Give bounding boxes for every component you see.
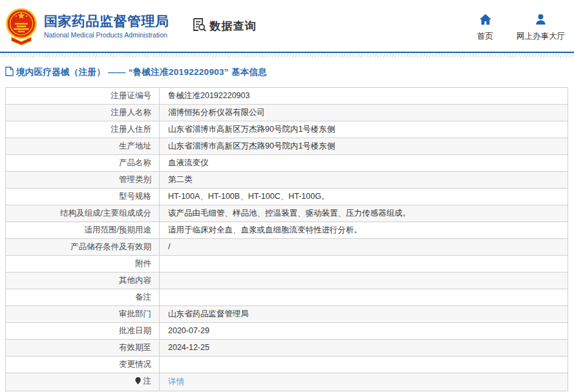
row-value: 山东省淄博市高新区万杰路90号院内1号楼东侧 bbox=[160, 138, 568, 155]
row-label: 注册人名称 bbox=[6, 105, 160, 121]
document-icon bbox=[5, 67, 16, 78]
table-row: 注册证编号鲁械注准20192220903 bbox=[6, 88, 568, 105]
row-label: 适用范围/预期用途 bbox=[6, 222, 160, 239]
table-row: 产品名称血液流变仪 bbox=[6, 155, 568, 172]
row-label: 有效期至 bbox=[6, 340, 160, 356]
row-value: 淄博恒拓分析仪器有限公司 bbox=[160, 105, 568, 121]
row-label: 型号规格 bbox=[6, 189, 160, 205]
nav-home[interactable]: 首页 bbox=[477, 14, 493, 42]
row-value: 山东省药品监督管理局 bbox=[160, 306, 568, 323]
home-icon bbox=[479, 14, 492, 28]
header-left: 国家药品监督管理局 National Medical Products Admi… bbox=[4, 6, 257, 46]
row-value: 山东省淄博市高新区万杰路90号院内1号楼东侧 bbox=[160, 121, 568, 138]
row-label: 附件 bbox=[6, 256, 160, 273]
nav-service-hall[interactable]: 网上办事大厅 bbox=[516, 14, 565, 42]
site-title: 国家药品监督管理局 bbox=[44, 13, 169, 29]
table-row: 型号规格HT-100A、HT-100B、HT-100C、HT-100G。 bbox=[6, 189, 568, 205]
table-row: 产品储存条件及有效期/ bbox=[6, 239, 568, 256]
row-value: / bbox=[160, 239, 568, 256]
site-header: 国家药品监督管理局 National Medical Products Admi… bbox=[0, 0, 574, 52]
table-row: 注册人住所山东省淄博市高新区万杰路90号院内1号楼东侧 bbox=[6, 121, 568, 138]
table-row: 注册人名称淄博恒拓分析仪器有限公司 bbox=[6, 105, 568, 121]
row-value: 第二类 bbox=[160, 172, 568, 189]
data-query-section[interactable]: 数据查询 bbox=[191, 17, 257, 36]
row-value bbox=[160, 256, 568, 273]
table-row: 适用范围/预期用途适用于临床对全血、血浆或血细胞流变特性进行分析。 bbox=[6, 222, 568, 239]
row-label: 审批部门 bbox=[6, 306, 160, 323]
row-label: 产品储存条件及有效期 bbox=[6, 239, 160, 256]
table-row: 备注 bbox=[6, 289, 568, 306]
row-value: 2024-12-25 bbox=[160, 340, 568, 356]
table-row: 审批部门山东省药品监督管理局 bbox=[6, 306, 568, 323]
nav-service-hall-label: 网上办事大厅 bbox=[516, 31, 565, 42]
row-label: 管理类别 bbox=[6, 172, 160, 189]
table-row: 管理类别第二类 bbox=[6, 172, 568, 189]
table-row: 生产地址山东省淄博市高新区万杰路90号院内1号楼东侧 bbox=[6, 138, 568, 155]
document-search-icon bbox=[191, 17, 210, 36]
detail-link[interactable]: 详情 bbox=[168, 377, 184, 386]
info-table: 注册证编号鲁械注准20192220903注册人名称淄博恒拓分析仪器有限公司注册人… bbox=[5, 87, 568, 391]
row-label: 结构及组成/主要组成成分 bbox=[6, 205, 160, 222]
row-label: 注 bbox=[6, 373, 160, 391]
row-label: 注册证编号 bbox=[6, 88, 160, 105]
row-value: 鲁械注准20192220903 bbox=[160, 88, 568, 105]
table-row: 有效期至2024-12-25 bbox=[6, 340, 568, 356]
data-query-label: 数据查询 bbox=[210, 19, 257, 34]
site-subtitle: National Medical Products Administration bbox=[44, 31, 169, 39]
title-block: 国家药品监督管理局 National Medical Products Admi… bbox=[44, 13, 169, 38]
row-label: 批准日期 bbox=[6, 323, 160, 340]
row-value bbox=[160, 289, 568, 306]
row-label: 备注 bbox=[6, 289, 160, 306]
table-row: 结构及组成/主要组成成分该产品由毛细管、样品池、控温装置、驱动装置、压力传感器组… bbox=[6, 205, 568, 222]
table-row: 注详情 bbox=[6, 373, 568, 391]
row-value bbox=[160, 273, 568, 289]
user-icon bbox=[535, 14, 547, 28]
pin-icon bbox=[134, 375, 142, 391]
row-label: 注册人住所 bbox=[6, 121, 160, 138]
row-label: 其他内容 bbox=[6, 273, 160, 289]
china-national-emblem-logo bbox=[4, 7, 39, 46]
row-label: 变更情况 bbox=[6, 356, 160, 373]
row-value: 详情 bbox=[160, 373, 568, 391]
row-value bbox=[160, 356, 568, 373]
row-value: 适用于临床对全血、血浆或血细胞流变特性进行分析。 bbox=[160, 222, 568, 239]
row-value: HT-100A、HT-100B、HT-100C、HT-100G。 bbox=[160, 189, 568, 205]
header-nav: 首页 网上办事大厅 bbox=[477, 14, 565, 42]
row-value: 该产品由毛细管、样品池、控温装置、驱动装置、压力传感器组成。 bbox=[160, 205, 568, 222]
table-row: 其他内容 bbox=[6, 273, 568, 289]
hatch-strip bbox=[0, 53, 574, 57]
table-row: 变更情况 bbox=[6, 356, 568, 373]
breadcrumb: 境内医疗器械（注册） —— “鲁械注准20192220903” 基本信息 bbox=[5, 66, 574, 79]
table-row: 附件 bbox=[6, 256, 568, 273]
row-label: 产品名称 bbox=[6, 155, 160, 172]
row-value: 2020-07-29 bbox=[160, 323, 568, 340]
breadcrumb-text: 境内医疗器械（注册） —— “鲁械注准20192220903” 基本信息 bbox=[16, 67, 267, 78]
table-row: 批准日期2020-07-29 bbox=[6, 323, 568, 340]
nav-home-label: 首页 bbox=[477, 31, 493, 42]
info-table-body: 注册证编号鲁械注准20192220903注册人名称淄博恒拓分析仪器有限公司注册人… bbox=[6, 88, 568, 391]
row-value: 血液流变仪 bbox=[160, 155, 568, 172]
row-label: 生产地址 bbox=[6, 138, 160, 155]
